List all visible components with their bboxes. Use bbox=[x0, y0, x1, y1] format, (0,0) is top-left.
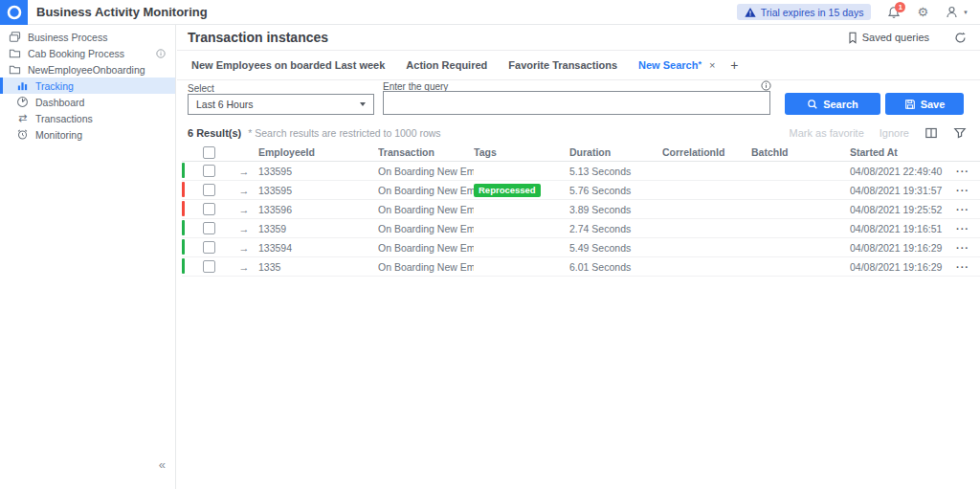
columns-icon bbox=[924, 126, 938, 140]
started-at: 04/08/2021 19:16:29 bbox=[850, 242, 946, 254]
table-header-row: EmployeeId Transaction Tags Duration Cor… bbox=[182, 144, 980, 162]
top-bar: Business Activity Monitoring Trial expir… bbox=[0, 0, 980, 25]
mark-as-favorite-button[interactable]: Mark as favorite bbox=[790, 127, 864, 139]
expand-row-icon[interactable]: → bbox=[230, 261, 258, 273]
row-checkbox[interactable] bbox=[203, 222, 215, 234]
sidebar-collapse-button[interactable]: « bbox=[159, 457, 166, 472]
funnel-icon bbox=[953, 126, 967, 140]
search-button[interactable]: Search bbox=[785, 93, 880, 115]
duration: 5.49 Seconds bbox=[569, 242, 662, 254]
transaction-name: On Boarding New Empl... bbox=[378, 223, 474, 234]
row-menu-button[interactable]: ··· bbox=[946, 204, 980, 215]
row-menu-button[interactable]: ··· bbox=[946, 185, 980, 196]
employee-id: 133596 bbox=[258, 204, 378, 215]
sidebar-item-label: NewEmployeeOnboarding bbox=[28, 64, 145, 76]
status-bar bbox=[182, 239, 185, 255]
trial-notice-text: Trial expires in 15 days bbox=[761, 7, 864, 18]
tab-action-required[interactable]: Action Required bbox=[406, 59, 487, 71]
save-button-label: Save bbox=[921, 99, 946, 110]
filter-button[interactable] bbox=[953, 126, 967, 140]
page-header-actions: Saved queries bbox=[847, 32, 967, 44]
saved-queries-button[interactable]: Saved queries bbox=[847, 32, 929, 44]
started-at: 04/08/2021 19:25:52 bbox=[850, 204, 946, 215]
info-icon[interactable] bbox=[156, 49, 175, 58]
folder-icon bbox=[9, 47, 21, 59]
table-row: → 133595 On Boarding New Empl... 5.13 Se… bbox=[182, 162, 980, 181]
select-label: Select bbox=[188, 83, 214, 94]
expand-row-icon[interactable]: → bbox=[230, 185, 258, 196]
expand-row-icon[interactable]: → bbox=[230, 166, 258, 177]
refresh-button[interactable] bbox=[954, 32, 967, 44]
started-at: 04/08/2021 19:16:29 bbox=[850, 261, 946, 273]
duration: 5.13 Seconds bbox=[569, 166, 662, 177]
bookmark-icon bbox=[847, 32, 858, 44]
select-all-checkbox[interactable] bbox=[203, 146, 215, 159]
column-header-batchid: BatchId bbox=[751, 146, 850, 158]
duration: 5.76 Seconds bbox=[569, 185, 662, 196]
row-checkbox[interactable] bbox=[203, 165, 215, 177]
chevron-down-icon bbox=[360, 102, 366, 106]
column-header-duration: Duration bbox=[569, 146, 662, 158]
sidebar-item-cab-booking-process[interactable]: Cab Booking Process bbox=[0, 45, 175, 61]
save-button[interactable]: Save bbox=[885, 93, 964, 115]
row-menu-button[interactable]: ··· bbox=[946, 242, 980, 254]
sidebar-item-tracking[interactable]: Tracking bbox=[0, 78, 175, 94]
tab-label: New Search bbox=[638, 59, 698, 71]
row-checkbox[interactable] bbox=[203, 241, 215, 254]
results-bar: 6 Result(s) * Search results are restric… bbox=[177, 122, 980, 144]
time-range-select[interactable]: Last 6 Hours bbox=[188, 94, 374, 115]
table-row: → 133594 On Boarding New Empl... 5.49 Se… bbox=[182, 238, 980, 257]
sidebar-item-newemployeeonboarding[interactable]: NewEmployeeOnboarding bbox=[0, 61, 175, 78]
top-bar-right: Trial expires in 15 days 1 ⚙ ▼ bbox=[737, 4, 980, 20]
sidebar-item-transactions[interactable]: ⇄ Transactions bbox=[0, 110, 175, 126]
ignore-button[interactable]: Ignore bbox=[880, 127, 909, 139]
row-checkbox[interactable] bbox=[203, 184, 215, 196]
started-at: 04/08/2021 22:49:40 bbox=[850, 166, 946, 177]
settings-button[interactable]: ⚙ bbox=[917, 6, 928, 18]
expand-row-icon[interactable]: → bbox=[230, 223, 258, 234]
save-icon bbox=[904, 99, 916, 110]
column-header-tags: Tags bbox=[474, 146, 569, 158]
table-row: → 1335 On Boarding New Empl... 6.01 Seco… bbox=[182, 257, 980, 277]
tab-new-employees-on-boarded[interactable]: New Employees on boarded Last week bbox=[191, 59, 385, 71]
tag-badge: Reprocessed bbox=[474, 184, 541, 197]
page-header: Transaction instances Saved queries bbox=[177, 25, 980, 51]
sidebar-item-dashboard[interactable]: Dashboard bbox=[0, 94, 175, 110]
transactions-table: EmployeeId Transaction Tags Duration Cor… bbox=[182, 144, 980, 277]
row-menu-button[interactable]: ··· bbox=[946, 166, 980, 177]
tab-favorite-transactions[interactable]: Favorite Transactions bbox=[508, 59, 617, 71]
notifications-button[interactable]: 1 bbox=[887, 6, 901, 19]
sidebar-item-label: Cab Booking Process bbox=[28, 48, 124, 59]
tab-new-search[interactable]: New Search* bbox=[638, 59, 702, 71]
sidebar-item-monitoring[interactable]: Monitoring bbox=[0, 126, 175, 143]
row-checkbox[interactable] bbox=[203, 203, 215, 215]
status-bar bbox=[182, 201, 185, 216]
row-menu-button[interactable]: ··· bbox=[946, 223, 980, 234]
started-at: 04/08/2021 19:16:51 bbox=[850, 223, 946, 234]
results-actions: Mark as favorite Ignore bbox=[790, 126, 967, 140]
tab-bar: New Employees on boarded Last week Actio… bbox=[177, 51, 980, 80]
table-row: → 133596 On Boarding New Empl... 3.89 Se… bbox=[182, 200, 980, 219]
page-title: Transaction instances bbox=[188, 30, 328, 45]
search-icon bbox=[807, 99, 818, 110]
started-at: 04/08/2021 19:31:57 bbox=[850, 185, 946, 196]
transaction-name: On Boarding New Empl... bbox=[378, 185, 474, 196]
sidebar-item-business-process[interactable]: Business Process bbox=[0, 29, 175, 45]
add-tab-button[interactable]: + bbox=[730, 57, 738, 73]
transaction-name: On Boarding New Empl... bbox=[378, 261, 474, 273]
row-menu-button[interactable]: ··· bbox=[946, 261, 980, 273]
close-tab-icon[interactable]: × bbox=[709, 59, 715, 71]
column-header-transaction: Transaction bbox=[378, 146, 474, 158]
user-menu-button[interactable]: ▼ bbox=[945, 5, 969, 19]
employee-id: 1335 bbox=[258, 261, 378, 273]
expand-row-icon[interactable]: → bbox=[230, 242, 258, 254]
row-checkbox[interactable] bbox=[203, 260, 215, 273]
expand-row-icon[interactable]: → bbox=[230, 204, 258, 215]
transaction-name: On Boarding New Empl... bbox=[378, 166, 474, 177]
query-info-icon[interactable] bbox=[761, 80, 771, 91]
sidebar-item-label: Dashboard bbox=[35, 97, 84, 108]
column-chooser-button[interactable] bbox=[924, 126, 938, 140]
gear-icon: ⚙ bbox=[917, 5, 928, 19]
status-bar bbox=[182, 220, 185, 235]
query-input[interactable] bbox=[383, 91, 770, 115]
